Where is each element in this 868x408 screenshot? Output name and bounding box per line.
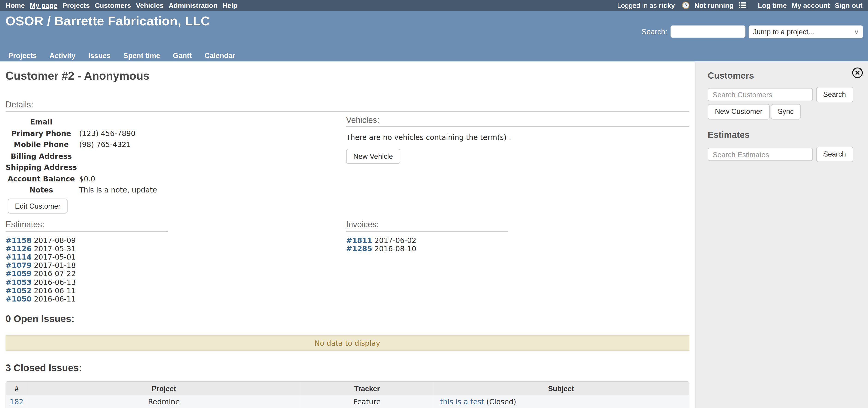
estimate-item: #1052 2016-06-11 <box>5 286 346 295</box>
tab-activity[interactable]: Activity <box>50 52 75 60</box>
username: ricky <box>659 2 675 9</box>
detail-value: (123) 456-7890 <box>79 128 346 139</box>
search-customers-input[interactable] <box>708 88 813 101</box>
header-search-area: Search: Jump to a project... ∨ <box>642 25 863 38</box>
detail-label: Email <box>5 116 77 128</box>
vehicles-empty-text: There are no vehicles containing the ter… <box>346 133 689 141</box>
tab-spent-time[interactable]: Spent time <box>123 52 160 60</box>
invoice-link[interactable]: #1285 <box>346 244 372 252</box>
sidebar-estimates-heading: Estimates <box>708 130 749 140</box>
timer-clock-icon[interactable] <box>682 2 689 9</box>
invoices-list: #1811 2017-06-02 #1285 2016-08-10 <box>346 236 689 253</box>
issue-project: Redmine <box>27 395 301 408</box>
top-menu-administration[interactable]: Administration <box>169 2 218 9</box>
estimate-link[interactable]: #1053 <box>5 278 32 286</box>
estimate-item: #1114 2017-05-01 <box>5 253 346 261</box>
sidebar: Customers Search New Customer Sync Estim… <box>695 61 868 408</box>
column-header-id[interactable]: # <box>6 382 27 395</box>
timer-status: Not running <box>694 2 734 9</box>
invoice-item: #1811 2017-06-02 <box>346 236 689 244</box>
detail-label: Account Balance <box>5 173 77 184</box>
estimate-link[interactable]: #1059 <box>5 270 32 278</box>
issue-subject-cell: this is a test (Closed) <box>434 395 689 408</box>
top-menu-customers[interactable]: Customers <box>95 2 131 9</box>
estimates-heading: Estimates: <box>5 219 346 229</box>
close-icon[interactable] <box>851 67 863 78</box>
issue-subject-link[interactable]: this is a test <box>440 398 484 406</box>
timer-list-icon[interactable] <box>739 2 746 8</box>
my-account-link[interactable]: My account <box>792 2 830 9</box>
invoice-link[interactable]: #1811 <box>346 236 372 244</box>
log-time-link[interactable]: Log time <box>758 2 787 9</box>
estimate-item: #1059 2016-07-22 <box>5 270 346 278</box>
estimate-link[interactable]: #1158 <box>5 236 32 244</box>
search-estimates-button[interactable]: Search <box>816 146 853 162</box>
estimate-link[interactable]: #1114 <box>5 253 32 261</box>
estimate-item: #1050 2016-06-11 <box>5 295 346 303</box>
detail-value: This is a note, update <box>79 185 346 196</box>
top-menu-vehicles[interactable]: Vehicles <box>136 2 163 9</box>
sign-out-link[interactable]: Sign out <box>835 2 863 9</box>
vehicles-heading: Vehicles: <box>346 115 689 125</box>
new-customer-button[interactable]: New Customer <box>708 104 770 120</box>
search-input[interactable] <box>671 26 745 38</box>
search-label: Search: <box>642 27 667 36</box>
table-header-row: # Project Tracker Subject <box>6 382 688 395</box>
invoices-heading: Invoices: <box>346 219 689 229</box>
estimate-item: #1158 2017-08-09 <box>5 236 346 244</box>
page-header: OSOR / Barrette Fabrication, LLC Search:… <box>0 11 868 62</box>
tab-projects[interactable]: Projects <box>8 52 37 60</box>
top-menu-help[interactable]: Help <box>222 2 238 9</box>
column-header-tracker[interactable]: Tracker <box>301 382 434 395</box>
estimate-link[interactable]: #1126 <box>5 244 32 252</box>
application-window: Home My page Projects Customers Vehicles… <box>0 0 868 408</box>
top-menu-home[interactable]: Home <box>5 2 25 9</box>
detail-value <box>79 151 346 162</box>
estimate-link[interactable]: #1050 <box>5 295 32 303</box>
detail-label: Notes <box>5 185 77 196</box>
estimates-block: Estimates: #1158 2017-08-09 #1126 2017-0… <box>5 213 346 303</box>
tab-issues[interactable]: Issues <box>88 52 111 60</box>
main-content: Customer #2 - Anonymous Details: Email P… <box>0 61 695 408</box>
search-estimates-input[interactable] <box>708 148 813 161</box>
detail-label: Shipping Address <box>5 162 77 173</box>
estimates-divider <box>5 231 168 232</box>
edit-customer-button[interactable]: Edit Customer <box>8 198 68 213</box>
jump-to-project-select[interactable]: Jump to a project... ∨ <box>749 25 863 38</box>
site-title: OSOR / Barrette Fabrication, LLC <box>5 13 210 29</box>
top-menu-bar: Home My page Projects Customers Vehicles… <box>0 0 868 11</box>
estimate-item: #1126 2017-05-31 <box>5 244 346 252</box>
search-customers-button[interactable]: Search <box>816 87 853 102</box>
estimate-link[interactable]: #1052 <box>5 286 32 295</box>
estimate-item: #1079 2017-01-18 <box>5 261 346 269</box>
top-menu-projects[interactable]: Projects <box>63 2 90 9</box>
column-header-subject[interactable]: Subject <box>434 382 689 395</box>
column-header-project[interactable]: Project <box>27 382 301 395</box>
estimates-list: #1158 2017-08-09 #1126 2017-05-31 #1114 … <box>5 236 346 303</box>
invoices-divider <box>346 231 508 232</box>
tab-calendar[interactable]: Calendar <box>205 52 235 60</box>
invoices-block: Invoices: #1811 2017-06-02 #1285 2016-08… <box>346 213 689 303</box>
estimate-link[interactable]: #1079 <box>5 261 32 269</box>
detail-label: Primary Phone <box>5 128 77 139</box>
top-menu-my-page[interactable]: My page <box>30 2 58 9</box>
sync-button[interactable]: Sync <box>771 104 801 120</box>
detail-label: Billing Address <box>5 151 77 162</box>
issue-id-link[interactable]: 182 <box>6 395 27 408</box>
detail-value <box>79 162 346 173</box>
main-menu-tabs: Projects Activity Issues Spent time Gant… <box>8 52 235 60</box>
vehicles-block: Vehicles: There are no vehicles containi… <box>346 112 689 213</box>
top-menu-right: Logged in as ricky Not running Log time … <box>617 2 863 9</box>
new-vehicle-button[interactable]: New Vehicle <box>346 149 400 164</box>
tab-gantt[interactable]: Gantt <box>173 52 191 60</box>
table-row: 182 Redmine Feature this is a test (Clos… <box>6 395 688 408</box>
jump-to-project-value: Jump to a project... <box>753 27 814 36</box>
chevron-down-icon: ∨ <box>854 29 859 35</box>
page-title: Customer #2 - Anonymous <box>5 69 689 82</box>
details-table: Email Primary Phone (123) 456-7890 Mobil… <box>5 116 346 196</box>
logged-in-text: Logged in as ricky <box>617 2 675 9</box>
estimate-item: #1053 2016-06-13 <box>5 278 346 286</box>
open-issues-heading: 0 Open Issues: <box>5 313 689 325</box>
invoice-item: #1285 2016-08-10 <box>346 244 689 252</box>
details-heading: Details: <box>5 100 689 109</box>
